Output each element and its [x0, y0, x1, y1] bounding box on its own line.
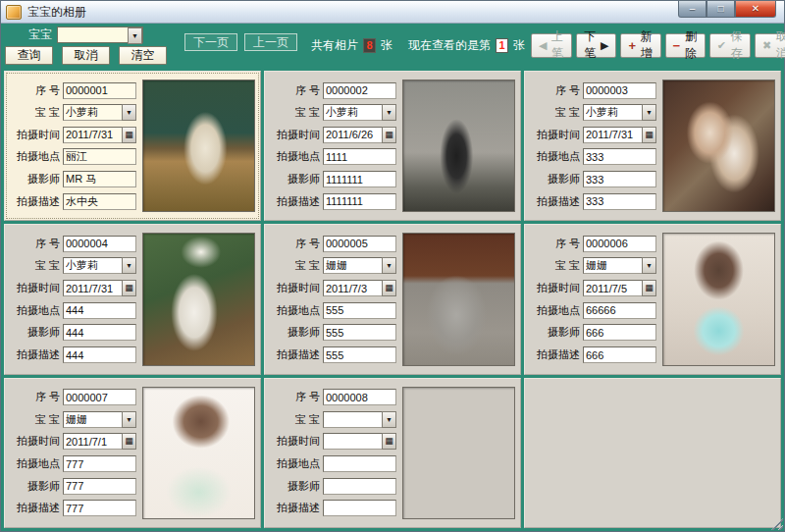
time-input[interactable] [63, 127, 122, 143]
chevron-down-icon[interactable]: ▼ [122, 411, 136, 428]
serial-input[interactable] [63, 82, 136, 99]
chevron-down-icon[interactable]: ▼ [122, 257, 136, 274]
description-input[interactable] [63, 346, 136, 363]
photo[interactable] [402, 387, 515, 519]
time-input[interactable] [583, 127, 642, 143]
chevron-down-icon[interactable]: ▼ [642, 104, 656, 121]
description-input[interactable] [583, 193, 656, 210]
baby-select[interactable] [63, 257, 122, 274]
calendar-icon[interactable]: ▦ [382, 127, 396, 143]
calendar-icon[interactable]: ▦ [382, 280, 396, 296]
photo[interactable] [402, 80, 515, 212]
baby-select[interactable] [323, 411, 382, 428]
save-button[interactable]: ✔ 保存 [709, 33, 751, 58]
place-input[interactable] [323, 455, 396, 472]
photographer-input[interactable] [63, 171, 136, 187]
serial-input[interactable] [323, 389, 396, 405]
photographer-input[interactable] [63, 324, 136, 341]
photo[interactable] [142, 80, 255, 212]
description-input[interactable] [323, 193, 396, 210]
title-bar[interactable]: 宝宝的相册 – □ ✕ [1, 1, 784, 24]
calendar-icon[interactable]: ▦ [382, 433, 396, 450]
description-input[interactable] [323, 500, 396, 516]
serial-input[interactable] [583, 82, 656, 99]
description-input[interactable] [63, 193, 136, 210]
delete-button[interactable]: − 删除 [665, 33, 706, 58]
close-button[interactable]: ✕ [735, 1, 776, 18]
query-baby-select[interactable]: ▼ [57, 27, 143, 43]
serial-input[interactable] [323, 82, 396, 99]
photo-card-3[interactable]: 序 号 宝 宝▼ 拍摄时间▦ 拍摄地点 摄影师 拍摄描述 [524, 71, 781, 221]
baby-label: 宝 宝 [271, 412, 320, 427]
prev-page-button[interactable]: 上一页 [244, 33, 297, 51]
serial-input[interactable] [323, 236, 396, 252]
calendar-icon[interactable]: ▦ [122, 127, 136, 143]
chevron-down-icon[interactable]: ▼ [382, 257, 396, 274]
serial-input[interactable] [63, 236, 136, 252]
chevron-down-icon[interactable]: ▼ [122, 104, 136, 121]
chevron-down-icon[interactable]: ▼ [382, 411, 396, 428]
time-input[interactable] [583, 280, 642, 296]
photo[interactable] [142, 233, 255, 365]
photographer-input[interactable] [323, 478, 396, 495]
photo-card-8[interactable]: 序 号 宝 宝▼ 拍摄时间▦ 拍摄地点 摄影师 拍摄描述 [264, 378, 521, 528]
description-input[interactable] [583, 346, 656, 363]
description-input[interactable] [323, 346, 396, 363]
cancel-query-button[interactable]: 取消 [62, 46, 110, 65]
calendar-icon[interactable]: ▦ [642, 127, 656, 143]
place-input[interactable] [63, 302, 136, 319]
time-input[interactable] [323, 280, 382, 296]
place-input[interactable] [63, 455, 136, 472]
calendar-icon[interactable]: ▦ [122, 280, 136, 296]
toolbar: 宝宝 ▼ 查询 取消 清空 下一页 上一页 共有相片 8 张 现在查看的是第 1 [1, 24, 784, 68]
add-button[interactable]: + 新增 [620, 33, 660, 58]
time-input[interactable] [323, 127, 382, 143]
photo[interactable] [662, 80, 775, 212]
calendar-icon[interactable]: ▦ [122, 433, 136, 450]
photo-card-1[interactable]: 序 号 宝 宝▼ 拍摄时间▦ 拍摄地点 摄影师 拍摄描述 [4, 71, 261, 221]
chevron-down-icon[interactable]: ▼ [382, 104, 396, 121]
place-input[interactable] [323, 302, 396, 319]
time-input[interactable] [63, 433, 122, 450]
place-input[interactable] [583, 302, 656, 319]
serial-input[interactable] [63, 389, 136, 405]
place-input[interactable] [323, 148, 396, 165]
calendar-icon[interactable]: ▦ [642, 280, 656, 296]
description-input[interactable] [63, 500, 136, 516]
serial-input[interactable] [583, 236, 656, 252]
photo-card-6[interactable]: 序 号 宝 宝▼ 拍摄时间▦ 拍摄地点 摄影师 拍摄描述 [524, 224, 781, 374]
time-input[interactable] [63, 280, 122, 296]
search-button[interactable]: 查询 [5, 46, 53, 65]
photo-card-5[interactable]: 序 号 宝 宝▼ 拍摄时间▦ 拍摄地点 摄影师 拍摄描述 [264, 224, 521, 374]
minimize-button[interactable]: – [678, 1, 706, 18]
place-input[interactable] [63, 148, 136, 165]
photo-card-2[interactable]: 序 号 宝 宝▼ 拍摄时间▦ 拍摄地点 摄影师 拍摄描述 [264, 71, 521, 221]
photographer-input[interactable] [323, 324, 396, 341]
photo-card-4[interactable]: 序 号 宝 宝▼ 拍摄时间▦ 拍摄地点 摄影师 拍摄描述 [4, 224, 261, 374]
photo-card-7[interactable]: 序 号 宝 宝▼ 拍摄时间▦ 拍摄地点 摄影师 拍摄描述 [4, 378, 261, 528]
place-input[interactable] [583, 148, 656, 165]
photographer-input[interactable] [583, 324, 656, 341]
maximize-button[interactable]: □ [706, 1, 735, 18]
baby-select[interactable] [323, 104, 382, 121]
photographer-input[interactable] [63, 478, 136, 495]
next-page-button[interactable]: 下一页 [184, 33, 237, 51]
chevron-down-icon[interactable]: ▼ [128, 27, 142, 44]
photo[interactable] [142, 387, 255, 519]
next-record-button[interactable]: 下笔 ▶ [576, 33, 617, 58]
photo[interactable] [402, 233, 515, 365]
clear-button[interactable]: 清空 [119, 46, 167, 65]
chevron-down-icon[interactable]: ▼ [642, 257, 656, 274]
photo[interactable] [662, 233, 775, 365]
prev-record-button[interactable]: ◀ 上笔 [531, 33, 572, 58]
baby-select[interactable] [63, 104, 122, 121]
photographer-input[interactable] [323, 171, 396, 187]
time-input[interactable] [323, 433, 382, 450]
baby-select[interactable] [63, 411, 122, 428]
photographer-input[interactable] [583, 171, 656, 187]
baby-select[interactable] [583, 257, 642, 274]
query-baby-input[interactable] [58, 27, 128, 42]
baby-select[interactable] [583, 104, 642, 121]
cancel-edit-button[interactable]: ✖ 取消 [755, 33, 785, 58]
baby-select[interactable] [323, 257, 382, 274]
